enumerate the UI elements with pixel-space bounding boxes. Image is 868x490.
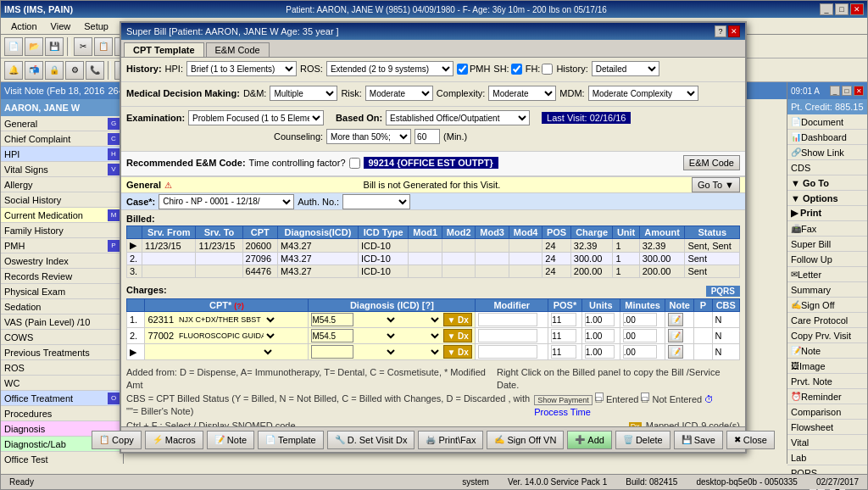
rs-prvt-note[interactable]: Prvt. Note xyxy=(787,374,867,389)
dm-select[interactable]: Multiple xyxy=(270,86,337,101)
menu-action[interactable]: Action xyxy=(4,18,44,34)
charges-row-1[interactable]: 1. 62311 NJX C+DX/THER SBST EDI... xyxy=(127,312,740,328)
tb2-1[interactable]: 🔔 xyxy=(4,61,23,80)
tb-new[interactable]: 📄 xyxy=(4,37,23,56)
diag3-input[interactable] xyxy=(311,345,353,359)
menu-view[interactable]: View xyxy=(44,18,78,34)
rs-reminder[interactable]: ⏰ Reminder xyxy=(787,389,867,404)
btn-macros[interactable]: ⚡ Macros xyxy=(145,431,203,449)
sidebar-item-sedation[interactable]: Sedation xyxy=(1,299,123,315)
pos2-input[interactable] xyxy=(551,329,576,342)
rs-note[interactable]: 📝 Note xyxy=(787,343,867,359)
btn-copy[interactable]: 📋 Copy xyxy=(92,431,142,449)
sidebar-item-medication[interactable]: Current Medication M xyxy=(1,208,123,223)
risk-select[interactable]: Moderate xyxy=(365,86,433,101)
tb-save[interactable]: 💾 xyxy=(45,37,64,56)
tb2-4[interactable]: ⚙ xyxy=(65,61,84,80)
rs-followup[interactable]: Follow Up xyxy=(787,252,867,267)
sidebar-item-physical[interactable]: Physical Exam xyxy=(1,284,123,299)
dialog-close[interactable]: ✕ xyxy=(728,25,740,37)
diag3-select[interactable] xyxy=(355,345,398,359)
based-on-select[interactable]: Established Office/Outpatient xyxy=(386,110,530,125)
tb2-3[interactable]: 🔒 xyxy=(45,61,64,80)
sidebar-item-ros[interactable]: ROS xyxy=(1,360,123,376)
sidebar-item-office-test[interactable]: Office Test xyxy=(1,452,123,464)
diag1-select[interactable] xyxy=(355,313,398,326)
note3-btn[interactable]: 📝 xyxy=(668,345,683,359)
rs-vital[interactable]: Vital xyxy=(787,435,867,450)
rs-copy-prev[interactable]: Copy Prv. Visit xyxy=(787,328,867,343)
billed-table-container[interactable]: Srv. From Srv. To CPT Diagnosis(ICD) ICD… xyxy=(126,226,740,278)
rs-letter[interactable]: ✉ Letter xyxy=(787,267,867,282)
btn-sign-off-vn[interactable]: ✍️ Sign Off VN xyxy=(487,431,564,449)
em-code-button[interactable]: E&M Code xyxy=(683,155,740,170)
tb2-5[interactable]: 📞 xyxy=(86,61,104,80)
rs-fax[interactable]: 📠 Fax xyxy=(787,221,867,237)
history-select[interactable]: Detailed xyxy=(592,61,659,76)
dx3-button[interactable]: ▼ Dx xyxy=(443,345,471,359)
units3-input[interactable] xyxy=(585,345,615,359)
counseling-select[interactable]: More than 50%; xyxy=(326,129,411,144)
sidebar-item-social[interactable]: Social History xyxy=(1,192,123,208)
diag2-input[interactable] xyxy=(311,329,353,342)
rs-dashboard[interactable]: 📊 Dashboard xyxy=(787,130,867,145)
diag2-select2[interactable] xyxy=(399,329,442,342)
case-select[interactable]: Chiro - NP - 0001 - 12/18/ xyxy=(159,194,294,209)
diag2-select[interactable] xyxy=(355,329,398,342)
diag3-select2[interactable] xyxy=(399,345,442,359)
mdm-select[interactable]: Moderate Complexity xyxy=(588,86,698,101)
sidebar-item-allergy[interactable]: Allergy xyxy=(1,177,123,192)
rs-flowsheet[interactable]: Flowsheet xyxy=(787,420,867,435)
cpt2-select[interactable]: FLUOROSCOPIC GUIDANCE... xyxy=(175,329,277,342)
time-checkbox[interactable] xyxy=(349,158,360,169)
btn-note[interactable]: 📝 Note xyxy=(207,431,254,449)
diag1-select2[interactable] xyxy=(399,313,442,326)
dx2-button[interactable]: ▼ Dx xyxy=(443,329,471,342)
tb-cut[interactable]: ✂ xyxy=(74,37,92,56)
cpt3-select[interactable] xyxy=(147,345,275,359)
tab-cpt-template[interactable]: CPT Template xyxy=(124,42,204,57)
rs-summary[interactable]: Summary xyxy=(787,282,867,298)
tb2-2[interactable]: 📬 xyxy=(25,61,43,80)
mod3-input[interactable] xyxy=(478,345,537,359)
sidebar-item-wc[interactable]: WC xyxy=(1,376,123,391)
btn-set-visit-dx[interactable]: 🔧 D. Set Visit Dx xyxy=(327,431,415,449)
note2-btn[interactable]: 📝 xyxy=(668,329,683,342)
sidebar-item-hpi[interactable]: HPI H xyxy=(1,147,123,162)
rs-lab[interactable]: Lab xyxy=(787,450,867,465)
pos1-input[interactable] xyxy=(551,313,576,326)
go-to-button[interactable]: Go To ▼ xyxy=(692,177,740,192)
note1-btn[interactable]: 📝 xyxy=(668,313,683,326)
min-input[interactable] xyxy=(415,129,440,144)
rs-print[interactable]: ▶ Print xyxy=(787,206,867,221)
btn-delete[interactable]: 🗑️ Delete xyxy=(615,431,670,449)
sidebar-item-prev-treatments[interactable]: Previous Treatments xyxy=(1,345,123,360)
right-minimize[interactable]: _ xyxy=(830,86,840,96)
rs-cds[interactable]: CDS xyxy=(787,160,867,175)
charges-row-2[interactable]: 2. 77002 FLUOROSCOPIC GUIDANCE... xyxy=(127,328,740,344)
show-payment-btn[interactable]: Show Payment xyxy=(534,395,593,405)
fh-checkbox[interactable] xyxy=(542,64,553,75)
min3-input[interactable] xyxy=(623,345,657,359)
sidebar-item-cows[interactable]: COWS xyxy=(1,330,123,345)
sidebar-item-pmh[interactable]: PMH P xyxy=(1,238,123,253)
sh-checkbox[interactable] xyxy=(511,64,522,75)
close-button[interactable]: ✕ xyxy=(850,3,864,15)
units2-input[interactable] xyxy=(585,329,615,342)
right-close[interactable]: ✕ xyxy=(854,86,864,96)
cpt1-select[interactable]: NJX C+DX/THER SBST EDI... xyxy=(175,313,277,326)
pos3-input[interactable] xyxy=(551,345,576,359)
rs-care[interactable]: Care Protocol xyxy=(787,313,867,328)
billed-row-3[interactable]: 3. 64476 M43.27 ICD-10 24 200.00 xyxy=(127,265,740,278)
dx1-button[interactable]: ▼ Dx xyxy=(443,313,471,326)
min2-input[interactable] xyxy=(623,329,657,342)
rs-superbill[interactable]: Super Bill xyxy=(787,237,867,252)
minimize-button[interactable]: _ xyxy=(820,3,833,15)
sidebar-item-chief-complaint[interactable]: Chief Complaint C xyxy=(1,131,123,147)
rs-image[interactable]: 🖼 Image xyxy=(787,359,867,374)
restore-button[interactable]: □ xyxy=(835,3,849,15)
diag1-input[interactable] xyxy=(311,313,353,326)
right-restore[interactable]: □ xyxy=(842,86,852,96)
menu-setup[interactable]: Setup xyxy=(77,18,115,34)
rs-goto[interactable]: ▼ Go To xyxy=(787,175,867,191)
